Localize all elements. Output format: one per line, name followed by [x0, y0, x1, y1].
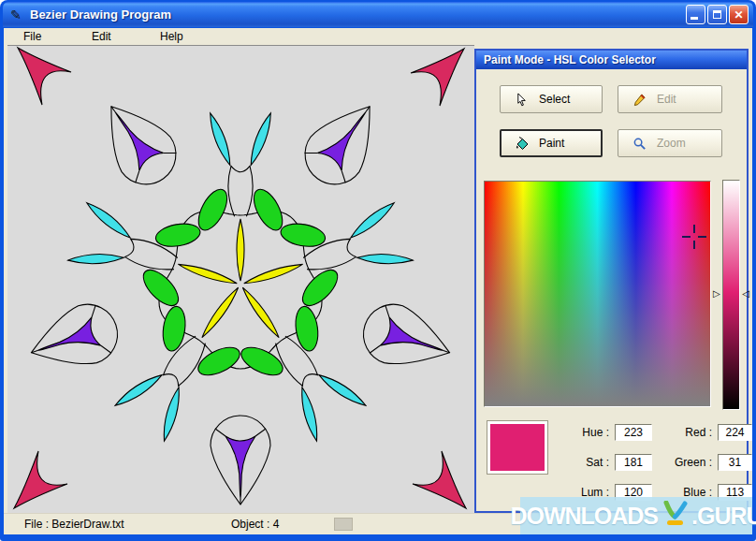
downloads-guru-watermark: DOWNLOADS .GURU: [520, 497, 752, 534]
title-bar: ✎ Bezier Drawing Program ✕: [3, 2, 753, 27]
pencil-icon: [632, 92, 647, 108]
edit-button-label: Edit: [657, 93, 696, 106]
bezier-artwork: [7, 46, 474, 514]
sat-field[interactable]: [615, 454, 652, 471]
luminance-slider[interactable]: ▷ ◁: [714, 180, 749, 412]
green-field[interactable]: [718, 454, 752, 471]
app-icon: ✎: [7, 7, 24, 23]
download-arrow-icon: [661, 501, 689, 531]
teardrop-shape: [293, 89, 394, 196]
magnifier-icon: [632, 136, 647, 152]
select-button[interactable]: Select: [500, 85, 603, 113]
hue-sat-picker[interactable]: [484, 181, 711, 407]
paint-bucket-icon: [514, 136, 530, 152]
corner-star-shape: [411, 49, 464, 106]
corner-star-shape: [18, 48, 71, 105]
minimize-button[interactable]: [686, 5, 705, 24]
luminance-marker-left-icon[interactable]: ▷: [713, 289, 720, 299]
watermark-text-right: .GURU: [691, 503, 756, 530]
green-label: Green :: [658, 456, 712, 469]
close-button[interactable]: ✕: [729, 5, 749, 24]
teardrop-shape: [211, 416, 270, 504]
corner-star-shape: [14, 451, 67, 508]
minimize-icon: [691, 17, 698, 20]
menu-edit[interactable]: Edit: [92, 30, 160, 43]
drawing-canvas[interactable]: [7, 45, 474, 513]
color-selector-panel: Paint Mode - HSL Color Selector Select E…: [474, 49, 749, 513]
maximize-icon: [713, 10, 721, 19]
red-label: Red :: [658, 426, 712, 439]
menu-file[interactable]: File: [23, 30, 92, 43]
hue-label: Hue :: [557, 426, 609, 439]
luminance-marker-right-icon[interactable]: ◁: [742, 289, 749, 299]
color-swatch-frame: [487, 420, 548, 475]
paint-button[interactable]: Paint: [500, 129, 603, 157]
zoom-button[interactable]: Zoom: [618, 129, 722, 157]
edit-button[interactable]: Edit: [618, 85, 722, 113]
hue-field[interactable]: [615, 424, 652, 441]
panel-title: Paint Mode - HSL Color Selector: [476, 51, 747, 69]
app-window: ✎ Bezier Drawing Program ✕ File Edit Hel…: [0, 0, 756, 541]
maximize-button[interactable]: [707, 5, 727, 24]
client-area: File Edit Help Paint Mo: [4, 28, 752, 534]
window-title: Bezier Drawing Program: [30, 7, 686, 22]
picker-crosshair-icon: [682, 225, 706, 249]
select-button-label: Select: [539, 93, 578, 106]
menu-help[interactable]: Help: [160, 30, 228, 43]
paint-button-label: Paint: [539, 137, 578, 150]
hsl-rgb-fields: Hue : Red : Sat : Green : Lum : Blue :: [557, 417, 752, 507]
close-icon: ✕: [734, 9, 743, 21]
menu-bar: File Edit Help: [4, 28, 752, 45]
red-field[interactable]: [718, 424, 752, 441]
status-file: File : BezierDraw.txt: [24, 518, 124, 531]
zoom-button-label: Zoom: [657, 137, 696, 150]
corner-star-shape: [413, 451, 466, 508]
teardrop-shape: [22, 297, 125, 381]
status-object-count: Object : 4: [231, 518, 279, 531]
watermark-text-left: DOWNLOADS: [510, 503, 658, 530]
current-color-swatch: [490, 424, 545, 471]
cursor-arrow-icon: [514, 92, 530, 108]
status-grip: [334, 518, 353, 531]
teardrop-shape: [87, 89, 188, 196]
luminance-gradient-bar[interactable]: [722, 180, 740, 410]
teardrop-shape: [356, 297, 458, 381]
sat-label: Sat :: [557, 456, 609, 469]
